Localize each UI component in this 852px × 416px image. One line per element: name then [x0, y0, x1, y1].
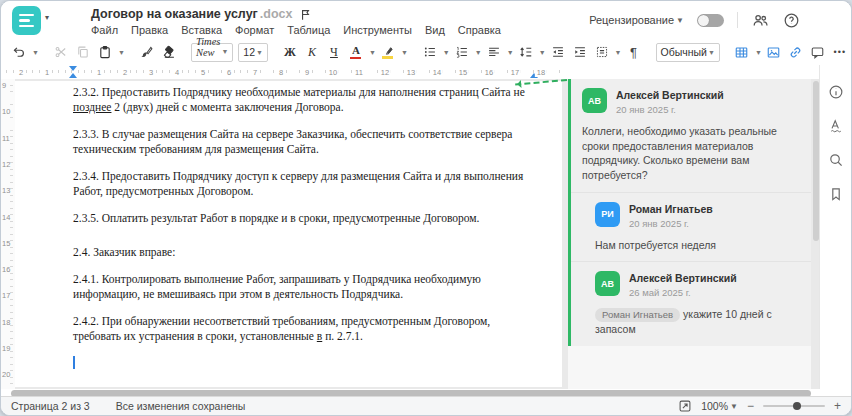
comment-reply[interactable]: РИРоман Игнатьев20 янв 2025 г.Нам потреб…: [571, 192, 811, 262]
menu-item-7[interactable]: Справка: [458, 24, 501, 36]
paragraph[interactable]: 2.3.5. Оплатить результат Работ в порядк…: [73, 211, 539, 226]
paragraph[interactable]: 2.3.3. В случае размещения Сайта на серв…: [73, 127, 539, 157]
help-icon[interactable]: [782, 11, 800, 29]
highlight-caret-icon[interactable]: ▼: [401, 49, 408, 56]
image-button[interactable]: [764, 42, 784, 62]
font-size-select[interactable]: 12▼: [238, 43, 268, 62]
document-page[interactable]: 2.3.2. Предоставить Подрядчику необходим…: [15, 81, 562, 387]
paragraph[interactable]: 2.4.1. Контролировать выполнение Работ, …: [73, 272, 539, 302]
undo-caret-icon[interactable]: ▼: [32, 49, 39, 56]
users-icon[interactable]: [751, 11, 769, 29]
paste-button[interactable]: [95, 42, 115, 62]
title-row: Договор на оказание услуг.docx: [91, 7, 312, 21]
italic-button[interactable]: К: [302, 42, 322, 62]
comment-date: 20 янв 2025 г.: [616, 104, 724, 115]
ruler-number: 2: [17, 68, 25, 77]
numbered-list-button[interactable]: [452, 42, 472, 62]
chevron-down-icon: ▼: [708, 49, 715, 56]
outdent-button[interactable]: [548, 42, 568, 62]
horizontal-ruler[interactable]: 21123456789101112131415161718: [1, 65, 568, 79]
comment-meta: Роман Игнатьев20 янв 2025 г.: [629, 202, 713, 229]
underlined-text: позднее: [73, 101, 111, 113]
comment-button[interactable]: [808, 42, 828, 62]
page-counter[interactable]: Страница 2 из 3: [11, 400, 90, 412]
zoom-slider[interactable]: [763, 405, 825, 407]
user-avatar[interactable]: АВ: [813, 8, 837, 32]
align-caret-icon[interactable]: ▼: [507, 49, 514, 56]
mention-chip[interactable]: Роман Игнатьев: [595, 308, 680, 322]
numbered-list-caret-icon[interactable]: ▼: [475, 49, 482, 56]
menu-item-4[interactable]: Таблица: [287, 24, 330, 36]
table-button[interactable]: [732, 42, 752, 62]
paragraph[interactable]: 2.3.4. Предоставить Подрядчику доступ к …: [73, 169, 539, 199]
menu-item-1[interactable]: Правка: [131, 24, 168, 36]
review-mode-dropdown[interactable]: Рецензирование ▼: [589, 14, 684, 26]
cut-button[interactable]: [51, 42, 71, 62]
fit-width-icon[interactable]: [677, 399, 692, 414]
menu-item-0[interactable]: Файл: [91, 24, 118, 36]
search-icon[interactable]: [828, 151, 845, 168]
avatar: РИ: [595, 202, 620, 227]
table-caret-icon[interactable]: ▼: [755, 49, 762, 56]
paragraph-style-select[interactable]: Обычный▼: [656, 43, 720, 62]
flag-icon[interactable]: [298, 7, 312, 21]
zoom-out-button[interactable]: −: [747, 400, 754, 412]
line-spacing-button[interactable]: [516, 42, 536, 62]
review-toggle[interactable]: [697, 14, 724, 27]
ruler-number: 18: [2, 318, 10, 327]
paste-caret-icon[interactable]: ▼: [118, 49, 125, 56]
link-button[interactable]: [786, 42, 806, 62]
comment-text: Нам потребуется неделя: [595, 239, 716, 251]
paragraph-frame-button[interactable]: [592, 42, 612, 62]
text-cursor: [73, 356, 75, 369]
clear-style-button[interactable]: [159, 42, 179, 62]
menu-item-5[interactable]: Инструменты: [343, 24, 412, 36]
format-painter-button[interactable]: [137, 42, 157, 62]
bold-button[interactable]: Ж: [280, 42, 300, 62]
logo-caret-icon[interactable]: ▾: [45, 13, 49, 22]
undo-button[interactable]: [9, 42, 29, 62]
bullet-list-caret-icon[interactable]: ▼: [443, 49, 450, 56]
comment-thread[interactable]: АВАлексей Вертинский20 янв 2025 г.Коллег…: [568, 79, 811, 346]
paragraph[interactable]: 2.4. Заказчик вправе:: [73, 245, 539, 260]
app-logo-icon[interactable]: [12, 6, 41, 35]
underline-button[interactable]: Ч: [324, 42, 344, 62]
line-spacing-caret-icon[interactable]: ▼: [539, 49, 546, 56]
info-icon[interactable]: [828, 83, 845, 100]
zoom-value-dropdown[interactable]: 100%▼: [701, 400, 738, 412]
ruler-number: 11: [2, 134, 10, 143]
more-tools-button[interactable]: •••: [830, 42, 850, 62]
text-run: п. 2.7.1.: [322, 330, 363, 342]
font-color-caret-icon[interactable]: ▼: [369, 49, 376, 56]
document-text[interactable]: 2.3.2. Предоставить Подрядчику необходим…: [73, 85, 539, 369]
paragraph[interactable]: 2.4.2. При обнаружении несоответствий тр…: [73, 314, 539, 344]
ruler-number: 19: [2, 344, 10, 353]
comment-author: Алексей Вертинский: [629, 271, 737, 284]
left-indent-marker[interactable]: [69, 73, 77, 78]
copy-button[interactable]: [73, 42, 93, 62]
bullet-list-button[interactable]: [420, 42, 440, 62]
ruler-number: 1: [43, 68, 51, 77]
highlight-color-button[interactable]: [378, 42, 398, 62]
menu-bar: ФайлПравкаВставкаФорматТаблицаИнструмент…: [91, 24, 501, 36]
paragraph[interactable]: 2.3.2. Предоставить Подрядчику необходим…: [73, 85, 539, 115]
vertical-ruler[interactable]: 91011121314151617181920: [1, 79, 15, 389]
font-color-button[interactable]: А: [346, 42, 366, 62]
paragraph-frame-caret-icon[interactable]: ▼: [615, 49, 622, 56]
ruler-number: 12: [2, 160, 10, 169]
zoom-in-button[interactable]: +: [834, 400, 841, 412]
menu-item-3[interactable]: Формат: [235, 24, 274, 36]
font-name-select[interactable]: Times New ...▼: [191, 43, 233, 62]
comment[interactable]: АВАлексей Вертинский20 янв 2025 г.Коллег…: [571, 79, 811, 192]
menu-item-6[interactable]: Вид: [425, 24, 445, 36]
bookmark-icon[interactable]: [828, 185, 845, 202]
spellcheck-icon[interactable]: [828, 117, 845, 134]
zoom-slider-thumb[interactable]: [793, 402, 801, 410]
comment-reply[interactable]: АВАлексей Вертинский26 май 2025 г.Роман …: [571, 261, 811, 345]
menu-item-2[interactable]: Вставка: [181, 24, 222, 36]
show-marks-button[interactable]: ¶: [624, 42, 644, 62]
first-line-indent-marker[interactable]: [69, 66, 77, 71]
indent-button[interactable]: [570, 42, 590, 62]
ruler-number: 12: [379, 68, 391, 77]
align-button[interactable]: [484, 42, 504, 62]
